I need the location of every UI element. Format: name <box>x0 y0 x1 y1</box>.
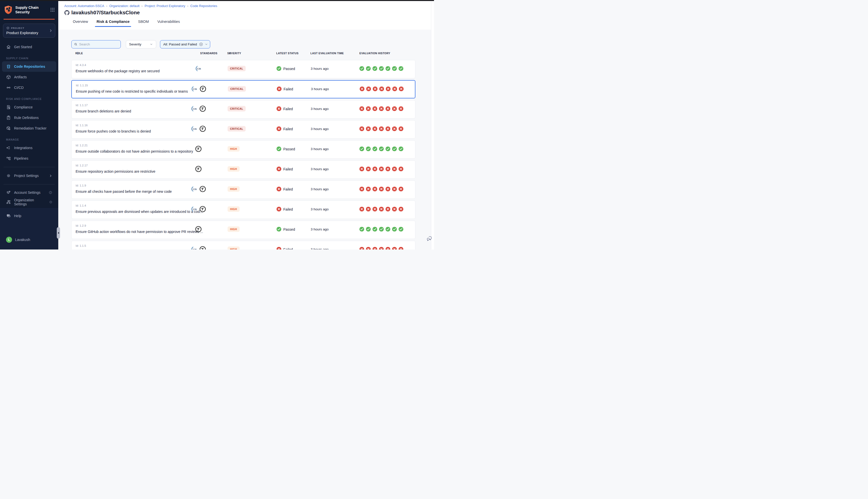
svg-text:CIS: CIS <box>193 248 197 250</box>
status-icon <box>277 207 281 211</box>
table-row[interactable]: Id: 1.1.15 Ensure pushing of new code is… <box>71 80 415 98</box>
svg-text:CIS: CIS <box>193 88 197 90</box>
sidebar-item-get-started[interactable]: Get Started <box>2 42 56 52</box>
status-cell: Passed <box>277 66 295 71</box>
app-grid-menu-icon[interactable] <box>50 8 55 12</box>
cis-standard-icon: CIS <box>191 86 198 92</box>
evaluation-history <box>359 247 403 250</box>
standards-cell: CIS <box>186 65 211 72</box>
filter-toolbar: Severity All: Passed and Failed <box>71 40 434 48</box>
page-header: Account: Automation-SSCA › Organization:… <box>58 1 434 29</box>
breadcrumb-organization[interactable]: Organization: default <box>109 4 140 8</box>
sidebar-footer: ? Help L Lavakush <box>0 207 58 250</box>
brand-divider <box>3 19 55 20</box>
search-input[interactable] <box>79 42 118 46</box>
cis-standard-icon: CIS <box>191 125 197 132</box>
info-icon[interactable] <box>49 200 52 204</box>
status-label: Passed <box>283 147 295 151</box>
cis-standard-icon: CIS <box>191 106 197 112</box>
breadcrumb-code-repositories[interactable]: Code Repositories <box>190 4 217 8</box>
main-content: Account: Automation-SSCA › Organization:… <box>58 1 434 250</box>
gear-icon <box>6 173 11 178</box>
sidebar-item-organization-settings[interactable]: Organization Settings <box>2 197 56 207</box>
owasp-standard-icon <box>195 226 202 232</box>
table-row[interactable]: Id: 1.2.17 Ensure repository action perm… <box>71 160 415 179</box>
svg-text:CIS: CIS <box>193 188 197 191</box>
status-icon <box>277 227 281 232</box>
scrollbar[interactable] <box>431 1 434 250</box>
sidebar-item-remediation-tracker[interactable]: Remediation Tracker <box>2 123 56 134</box>
table-row[interactable]: Id: 1.2.9 Ensure GitHub action workflows… <box>71 221 415 239</box>
table-row[interactable]: Id: 1.1.16 Ensure force pushes code to b… <box>71 120 415 138</box>
sidebar-item-rule-definitions[interactable]: Rule Definitions <box>2 112 56 123</box>
breadcrumb-account[interactable]: Account: Automation-SSCA <box>64 4 104 8</box>
sidebar-item-pipelines[interactable]: Pipelines <box>2 153 56 164</box>
info-icon[interactable] <box>49 191 52 194</box>
sidebar-item-integrations[interactable]: Integrations <box>2 143 56 153</box>
page-title: lavakush07/StarbucksClone <box>71 10 140 15</box>
rule-text: Ensure branch deletions are denied <box>76 109 131 113</box>
project-name: Product Exploratory <box>6 31 52 35</box>
box-wrench-icon <box>6 126 11 131</box>
standards-cell: CIS <box>186 106 211 112</box>
search-box[interactable] <box>71 40 121 48</box>
status-filter-value: All: Passed and Failed <box>163 42 197 46</box>
integrations-icon <box>6 145 11 150</box>
project-selector[interactable]: PROJECT Product Exploratory <box>3 24 55 38</box>
rule-text: Ensure repository action permissions are… <box>76 169 155 173</box>
sort-icon[interactable] <box>77 52 79 55</box>
support-chat-icon[interactable] <box>426 235 432 242</box>
table-row[interactable]: Id: 1.1.4 Ensure previous approvals are … <box>71 200 415 219</box>
sidebar-item-help[interactable]: ? Help <box>2 210 56 221</box>
breadcrumb-project[interactable]: Project: Product Exploratory <box>145 4 185 8</box>
table-row[interactable]: Id: 1.1.9 Ensure all checks have passed … <box>71 181 415 199</box>
rule-id: Id: 1.1.15 <box>76 84 88 87</box>
tab-sbom[interactable]: SBOM <box>138 20 149 27</box>
rule-text: Ensure pushing of new code is restricted… <box>76 89 188 93</box>
table-row[interactable]: Id: 1.2.21 Ensure outside collaborators … <box>71 140 415 159</box>
document-search-icon <box>6 105 11 110</box>
tab-risk-compliance[interactable]: Risk & Compliance <box>96 20 129 27</box>
user-menu[interactable]: L Lavakush <box>2 234 56 245</box>
table-row[interactable]: Id: 4.3.4 Ensure webhooks of the package… <box>71 60 415 78</box>
tab-vulnerabilities[interactable]: Vulnerabilities <box>157 20 180 27</box>
table-row[interactable]: Id: 1.1.5 CIS HIGH Failed 3 hours ago <box>71 241 415 250</box>
status-label: Failed <box>283 207 293 211</box>
column-header-evaluation-history: EVALUATION HISTORY <box>359 52 390 55</box>
rule-id: Id: 1.1.9 <box>76 184 86 187</box>
severity-badge: CRITICAL <box>228 86 246 92</box>
status-icon <box>277 167 281 171</box>
status-label: Passed <box>283 227 295 231</box>
status-label: Failed <box>283 187 293 191</box>
status-icon <box>277 187 281 192</box>
breadcrumb-separator: › <box>106 4 107 8</box>
status-icon <box>277 107 281 111</box>
cis-standard-icon: CIS <box>195 65 202 72</box>
sidebar-collapse-button[interactable] <box>57 227 60 239</box>
sidebar-item-compliance[interactable]: Compliance <box>2 102 56 112</box>
sidebar-item-artifacts[interactable]: Artifacts <box>2 72 56 82</box>
evaluation-history <box>359 147 403 151</box>
severity-badge: CRITICAL <box>228 126 246 132</box>
sidebar-item-code-repositories[interactable]: Code Repositories <box>2 61 56 72</box>
tab-overview[interactable]: Overview <box>73 20 88 27</box>
rule-id: Id: 1.1.5 <box>76 244 86 247</box>
table-row[interactable]: Id: 1.1.17 Ensure branch deletions are d… <box>71 100 415 119</box>
column-header-standards: STANDARDS <box>200 52 217 55</box>
owasp-standard-icon <box>200 206 206 212</box>
severity-filter[interactable]: Severity <box>126 40 156 48</box>
sidebar-item-account-settings[interactable]: Account Settings <box>2 188 56 197</box>
status-filter[interactable]: All: Passed and Failed <box>160 40 210 48</box>
rule-id: Id: 1.2.21 <box>76 144 88 147</box>
sidebar-item-cicd[interactable]: CI/CD <box>2 82 56 93</box>
svg-text:CIS: CIS <box>193 128 197 130</box>
evaluation-history <box>359 126 403 131</box>
project-label: PROJECT <box>11 27 24 29</box>
clear-filter-icon[interactable] <box>199 42 203 46</box>
tab-bar: Overview Risk & Compliance SBOM Vulnerab… <box>73 20 434 27</box>
column-header-severity[interactable]: SEVERITY <box>227 52 231 55</box>
status-label: Failed <box>283 127 293 131</box>
chevron-right-icon <box>49 29 52 32</box>
sidebar-item-project-settings[interactable]: Project Settings <box>2 170 56 181</box>
avatar: L <box>6 237 12 243</box>
